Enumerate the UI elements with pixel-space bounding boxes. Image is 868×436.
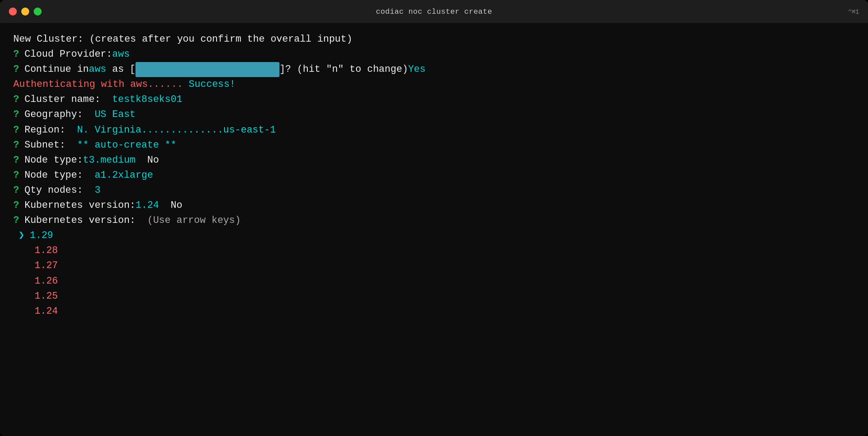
continue-as-text: as [	[106, 62, 136, 77]
qty-nodes-value: 3	[95, 183, 101, 198]
node-type-1-value: t3.medium	[83, 153, 136, 168]
prompt-icon-11: ?	[13, 213, 19, 228]
subnet-line: ? Subnet: ** auto-create **	[13, 138, 855, 153]
version-1.27-value: 1.27	[35, 258, 58, 273]
cloud-provider-value: aws	[112, 47, 130, 62]
node-type-2-label: Node type:	[24, 168, 94, 183]
k8s-version-2-line: ? Kubernetes version: (Use arrow keys)	[13, 213, 855, 228]
version-item-1.25[interactable]: 1.25	[13, 289, 855, 304]
region-line: ? Region: N. Virginia..............us-ea…	[13, 123, 855, 138]
k8s-version-1-label: Kubernetes version:	[24, 198, 136, 213]
geography-line: ? Geography: US East	[13, 107, 855, 122]
continue-aws-line: ? Continue in aws as [ ]? (hit "n" to ch…	[13, 62, 855, 77]
k8s-version-2-label: Kubernetes version:	[24, 213, 147, 228]
version-item-1.26[interactable]: 1.26	[13, 274, 855, 289]
prompt-icon-4: ?	[13, 107, 19, 122]
node-type-1-extra: No	[136, 153, 159, 168]
version-item-selected[interactable]: ❯ 1.29	[13, 228, 855, 243]
prompt-icon-1: ?	[13, 47, 19, 62]
node-type-2-line: ? Node type: a1.2xlarge	[13, 168, 855, 183]
node-type-2-value: a1.2xlarge	[95, 168, 153, 183]
version-1.26-value: 1.26	[35, 274, 58, 289]
continue-aws-value: aws	[89, 62, 106, 77]
geography-value: US East	[95, 107, 136, 122]
traffic-lights	[9, 8, 42, 16]
version-1.28-value: 1.28	[35, 243, 58, 258]
auth-success: Success!	[183, 77, 236, 92]
cloud-provider-label: Cloud Provider:	[24, 47, 112, 62]
selected-arrow-icon: ❯	[19, 228, 24, 243]
k8s-version-1-line: ? Kubernetes version: 1.24 No	[13, 198, 855, 213]
prompt-icon-5: ?	[13, 123, 19, 138]
keyboard-shortcut: ⌃⌘1	[848, 8, 859, 16]
auth-text: Authenticating with aws......	[13, 77, 183, 92]
prompt-icon-8: ?	[13, 168, 19, 183]
continue-answer: Yes	[408, 62, 426, 77]
version-selected-value: 1.29	[30, 228, 53, 243]
header-text: New Cluster: (creates after you confirm …	[13, 32, 353, 47]
close-button[interactable]	[9, 8, 17, 16]
k8s-version-1-value: 1.24	[136, 198, 159, 213]
subnet-label: Subnet:	[24, 138, 77, 153]
version-1.25-value: 1.25	[35, 289, 58, 304]
version-1.24-value: 1.24	[35, 304, 58, 319]
continue-end-text: ]? (hit "n" to change)	[279, 62, 408, 77]
node-type-1-line: ? Node type: t3.medium No	[13, 153, 855, 168]
prompt-icon-2: ?	[13, 62, 19, 77]
qty-nodes-label: Qty nodes:	[24, 183, 94, 198]
subnet-value: ** auto-create **	[77, 138, 176, 153]
cluster-name-value: testk8seks01	[112, 92, 182, 107]
region-label: Region:	[24, 123, 77, 138]
header-line: New Cluster: (creates after you confirm …	[13, 32, 855, 47]
prompt-icon-10: ?	[13, 198, 19, 213]
terminal-body: New Cluster: (creates after you confirm …	[0, 23, 868, 436]
window-title: codiac noc cluster create	[376, 8, 492, 16]
node-type-1-label: Node type:	[24, 153, 83, 168]
maximize-button[interactable]	[34, 8, 42, 16]
geography-label: Geography:	[24, 107, 94, 122]
prompt-icon-7: ?	[13, 153, 19, 168]
prompt-icon-6: ?	[13, 138, 19, 153]
terminal-window: codiac noc cluster create ⌃⌘1 New Cluste…	[0, 0, 868, 436]
minimize-button[interactable]	[21, 8, 29, 16]
qty-nodes-line: ? Qty nodes: 3	[13, 183, 855, 198]
prompt-icon-3: ?	[13, 92, 19, 107]
blurred-account	[136, 62, 279, 77]
version-item-1.27[interactable]: 1.27	[13, 258, 855, 273]
cluster-name-label: Cluster name:	[24, 92, 112, 107]
cloud-provider-line: ? Cloud Provider: aws	[13, 47, 855, 62]
continue-label: Continue in	[24, 62, 89, 77]
k8s-version-1-extra: No	[159, 198, 182, 213]
prompt-icon-9: ?	[13, 183, 19, 198]
version-item-1.24[interactable]: 1.24	[13, 304, 855, 319]
version-item-1.28[interactable]: 1.28	[13, 243, 855, 258]
cluster-name-line: ? Cluster name: testk8seks01	[13, 92, 855, 107]
auth-line: Authenticating with aws...... Success!	[13, 77, 855, 92]
region-value: N. Virginia..............us-east-1	[77, 123, 276, 138]
titlebar: codiac noc cluster create ⌃⌘1	[0, 0, 868, 23]
k8s-version-2-hint: (Use arrow keys)	[147, 213, 240, 228]
